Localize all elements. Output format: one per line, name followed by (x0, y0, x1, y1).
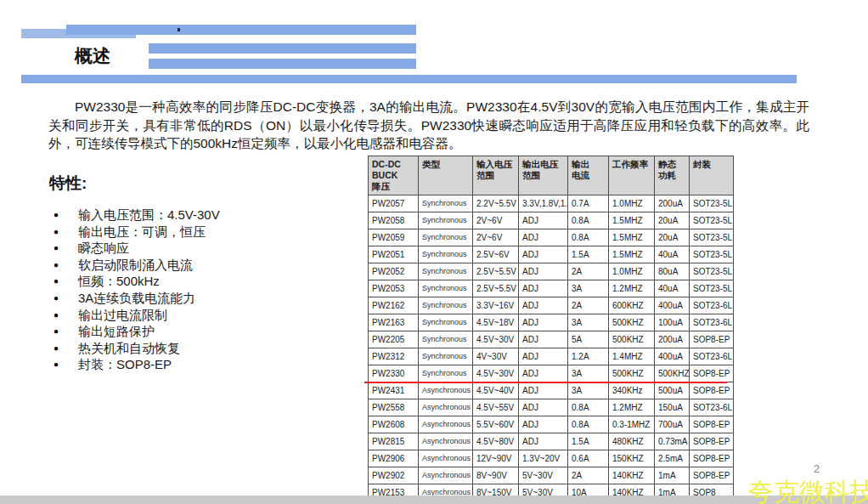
overview-paragraph: PW2330是一种高效率的同步降压DC-DC变换器，3A的输出电流。PW2330… (48, 98, 809, 153)
table-cell: SOT23-5L (690, 212, 734, 229)
feature-item: ●封装：SOP8-EP (54, 356, 220, 373)
table-cell: 700uA (655, 416, 690, 433)
table-cell: 20uA (655, 229, 690, 246)
table-cell: 0.8A (568, 212, 609, 229)
table-cell: ADJ (519, 382, 568, 399)
table-cell: SOT23-6L (690, 297, 734, 314)
table-row: PW2558Asynchronous4.5V~55VADJ0.8A1.2MHZ1… (369, 399, 734, 416)
table-cell: ADJ (519, 331, 568, 348)
table-cell: SOP8-EP (690, 450, 734, 467)
table-cell: 500uA (655, 382, 690, 399)
table-cell: SOP8-EP (690, 433, 734, 450)
table-cell: 2V~6V (473, 229, 519, 246)
table-header-cell: 静态 功耗 (655, 156, 690, 195)
table-cell: 200uA (655, 195, 690, 212)
table-cell: SOP8-EP (690, 331, 734, 348)
table-row: PW2053Synchronous2.5V~5.5VADJ3A1.2MHZ40u… (369, 280, 734, 297)
feature-item: ●输出短路保护 (54, 323, 220, 340)
table-cell: 0.8A (568, 229, 609, 246)
table-cell: Asynchronous (419, 416, 473, 433)
table-row: PW2163Synchronous4.5V~18VADJ3A500KHZ100u… (369, 314, 734, 331)
table-cell: ADJ (519, 229, 568, 246)
table-cell: 4.5V~40V (473, 382, 519, 399)
table-cell: PW2059 (369, 229, 419, 246)
table-row: PW2312Synchronous4V~30VADJ1.2A1.4MHZ400u… (369, 348, 734, 365)
table-cell: 2A (568, 467, 609, 484)
table-cell: 3.3V,1.8V,1.2V (519, 195, 568, 212)
table-cell: Synchronous (419, 246, 473, 263)
table-row: PW2330Synchronous4.5V~30VADJ3A500KHZ500K… (369, 365, 734, 382)
table-cell: 0.3-1MHZ (609, 416, 655, 433)
table-cell: Synchronous (419, 280, 473, 297)
feature-item-label: 瞬态响应 (78, 240, 129, 257)
feature-item: ●热关机和自动恢复 (54, 340, 220, 357)
table-cell: ADJ (519, 280, 568, 297)
table-cell: 150uA (655, 399, 690, 416)
table-cell: Synchronous (419, 263, 473, 280)
table-cell: 400uA (655, 348, 690, 365)
decor-bar (149, 43, 416, 54)
features-list: ●输入电压范围：4.5V-30V●输出电压：可调，恒压●瞬态响应●软启动限制涌入… (54, 207, 220, 373)
bullet-icon: ● (54, 240, 78, 257)
table-cell: PW2051 (369, 246, 419, 263)
table-cell: 500KHZ (609, 314, 655, 331)
table-cell: 500KHZ (609, 365, 655, 382)
watermark-text: 夸克微科技 (748, 475, 868, 504)
table-cell: 1.0MHZ (609, 195, 655, 212)
table-cell: 1.2MHZ (609, 399, 655, 416)
table-cell: ADJ (519, 399, 568, 416)
table-cell: Synchronous (419, 195, 473, 212)
table-cell: Asynchronous (419, 433, 473, 450)
table-cell: SOT23-5L (690, 263, 734, 280)
table-cell: PW2431 (369, 382, 419, 399)
table-cell: Asynchronous (419, 450, 473, 467)
feature-item-label: 输出电压：可调，恒压 (78, 224, 206, 241)
table-cell: 0.6A (568, 450, 609, 467)
table-cell: 80uA (655, 263, 690, 280)
table-cell: SOT23-5L (690, 280, 734, 297)
table-cell: 3A (568, 365, 609, 382)
table-cell: 400uA (655, 297, 690, 314)
table-cell: 40uA (655, 246, 690, 263)
feature-item: ●瞬态响应 (54, 240, 220, 257)
page-number: 2 (814, 462, 820, 475)
table-cell: PW2205 (369, 331, 419, 348)
table-cell: 1.5MHZ (609, 229, 655, 246)
table-cell: 4.5V~30V (473, 331, 519, 348)
table-row: PW2059Synchronous2V~6VADJ0.8A1.5MHZ20uAS… (369, 229, 734, 246)
feature-item-label: 输出过电流限制 (78, 307, 167, 324)
feature-item: ●输入电压范围：4.5V-30V (54, 207, 220, 224)
table-cell: 1.5MHZ (609, 246, 655, 263)
table-cell: 4.5V~80V (473, 433, 519, 450)
table-cell: 20uA (655, 212, 690, 229)
table-cell: Asynchronous (419, 382, 473, 399)
table-header-cell: 工作频率 (609, 156, 655, 195)
table-cell: 140KHZ (609, 467, 655, 484)
table-cell: Asynchronous (419, 467, 473, 484)
feature-item: ●输出电压：可调，恒压 (54, 224, 220, 241)
table-cell: PW2053 (369, 280, 419, 297)
table-cell: PW2330 (369, 365, 419, 382)
decor-dot (178, 28, 180, 31)
feature-item-label: 恒频：500kHz (78, 273, 160, 290)
table-cell: 4V~30V (473, 348, 519, 365)
decor-bar-full-width (21, 75, 797, 83)
table-cell: PW2057 (369, 195, 419, 212)
table-cell: ADJ (519, 246, 568, 263)
table-row: PW2058Synchronous2V~6VADJ0.8A1.5MHZ20uAS… (369, 212, 734, 229)
table-cell: SOT23-5L (690, 229, 734, 246)
bullet-icon: ● (54, 290, 78, 307)
parts-selection-table: DC-DC BUCK 降压类型输入电压 范围输出电压 范围输出 电流工作频率静态… (368, 156, 734, 501)
table-cell: ADJ (519, 212, 568, 229)
table-cell: SOT23-6L (690, 399, 734, 416)
table-cell: 1mA (655, 467, 690, 484)
feature-item: ●输出过电流限制 (54, 307, 220, 324)
table-header-cell: DC-DC BUCK 降压 (369, 156, 419, 195)
feature-item: ●恒频：500kHz (54, 273, 220, 290)
table-cell: SOT23-6L (690, 348, 734, 365)
table-cell: 0.8A (568, 416, 609, 433)
table-cell: 1.5A (568, 433, 609, 450)
table-cell: 1.0MHZ (609, 263, 655, 280)
feature-item-label: 3A连续负载电流能力 (78, 290, 195, 307)
feature-item-label: 输出短路保护 (78, 323, 155, 340)
